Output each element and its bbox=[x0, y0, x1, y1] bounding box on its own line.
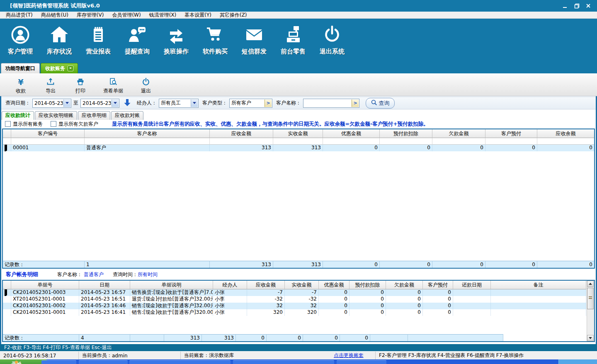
column-header[interactable]: 客户名称 bbox=[85, 129, 210, 138]
scroll-up-icon[interactable] bbox=[587, 281, 594, 287]
filter-cell[interactable] bbox=[323, 138, 380, 145]
scrollbar-thumb[interactable] bbox=[587, 288, 594, 309]
close-icon[interactable]: × bbox=[68, 66, 73, 71]
subtool-button-yen[interactable]: ¥收款 bbox=[6, 74, 36, 96]
column-header[interactable]: 应收金额 bbox=[247, 281, 285, 289]
table-row[interactable]: CK2014052301-00012014-05-23 16:41销售:[现金]… bbox=[3, 309, 587, 316]
table-cell: 销售:[现金]收款于[普通客户]32.00元 bbox=[130, 303, 213, 309]
customer-name-input[interactable]: > bbox=[303, 99, 359, 108]
filter-cell[interactable] bbox=[485, 138, 537, 145]
column-header[interactable]: 还款日期 bbox=[453, 281, 491, 289]
column-header[interactable]: 预付款扣除 bbox=[380, 129, 432, 138]
show-all-debt-customers-checkbox[interactable] bbox=[51, 121, 56, 127]
toolbar-button-sms[interactable]: 短信群发 bbox=[235, 19, 274, 63]
filter-cell[interactable] bbox=[3, 138, 11, 145]
column-header[interactable]: 实收金额 bbox=[285, 281, 319, 289]
menu-item[interactable]: 商品进货(T) bbox=[2, 12, 37, 19]
toolbar-button-power[interactable]: 退出系统 bbox=[313, 19, 352, 63]
column-header[interactable]: 客户预付 bbox=[423, 281, 453, 289]
table-cell: 小张 bbox=[213, 309, 247, 316]
date-to-select[interactable]: 2014-05-23 bbox=[80, 99, 119, 108]
column-header[interactable]: 经办人 bbox=[213, 281, 247, 289]
tab-active-1[interactable]: 收款账务× bbox=[41, 63, 78, 73]
menu-item[interactable]: 其它操作(Z) bbox=[216, 12, 251, 19]
subtool-button-printer[interactable]: 打印 bbox=[66, 74, 95, 96]
column-header[interactable]: 备注 bbox=[491, 281, 586, 289]
customer-type-value: 所有客户 bbox=[231, 99, 251, 107]
filter-cell[interactable] bbox=[380, 138, 432, 145]
table-cell: 销售换货:[现金]收款于[普通客户]7.00元 bbox=[130, 289, 213, 296]
customer-type-field[interactable]: 所有客户 > bbox=[229, 99, 272, 108]
menu-item[interactable]: 钱流管理(X) bbox=[145, 12, 181, 19]
view-tab-2[interactable]: 应收实收明细账 bbox=[35, 111, 77, 120]
lookup-icon[interactable]: > bbox=[352, 99, 359, 107]
vertical-scrollbar[interactable] bbox=[587, 281, 594, 341]
table-row[interactable]: 00001普通客户31331300000 bbox=[3, 145, 594, 151]
column-header[interactable]: 客户编号 bbox=[11, 129, 85, 138]
toolbar-button-shift-swap[interactable]: 换班操作 bbox=[157, 19, 196, 63]
subtool-button-view-doc[interactable]: 查看单据 bbox=[95, 74, 131, 96]
filter-cell[interactable] bbox=[85, 138, 210, 145]
filter-cell[interactable] bbox=[432, 138, 485, 145]
toolbar-button-report[interactable]: 营业报表 bbox=[79, 19, 118, 63]
toolbar-button-home[interactable]: 库存状况 bbox=[40, 19, 79, 63]
subtool-button-power-blue[interactable]: 退出 bbox=[131, 74, 161, 96]
view-tab-1[interactable]: 应收款统计 bbox=[2, 111, 34, 120]
column-header[interactable]: 欠款金额 bbox=[386, 281, 423, 289]
column-header[interactable]: 预付款扣除 bbox=[349, 281, 386, 289]
toolbar-button-remind[interactable]: 提醒查询 bbox=[118, 19, 157, 63]
column-header[interactable]: 客户预付 bbox=[485, 129, 537, 138]
search-button-label: 查询 bbox=[379, 99, 390, 107]
column-header[interactable]: 应收余额 bbox=[537, 129, 594, 138]
filter-cell[interactable] bbox=[210, 138, 273, 145]
menu-item[interactable]: 会员管理(W) bbox=[108, 12, 145, 19]
table-cell: 0 bbox=[323, 145, 380, 151]
filter-row[interactable] bbox=[3, 138, 594, 145]
show-all-accounts-checkbox[interactable] bbox=[5, 121, 11, 127]
subtool-button-export[interactable]: 导出 bbox=[36, 74, 66, 96]
date-from-select[interactable]: 2014-05-23 bbox=[32, 99, 71, 108]
taskbar-window-button[interactable] bbox=[129, 360, 231, 364]
table-row[interactable]: XT2014052301-00012014-05-23 16:51退货:[现金]… bbox=[3, 296, 587, 303]
switch-account-link[interactable]: 点击更换账套 bbox=[334, 352, 364, 359]
chevron-down-icon[interactable] bbox=[63, 99, 70, 107]
start-orb-icon bbox=[15, 361, 18, 364]
column-header[interactable]: 优惠金额 bbox=[319, 281, 349, 289]
table-row[interactable]: CK2014052301-00032014-05-23 16:57销售换货:[现… bbox=[3, 289, 587, 296]
menu-item[interactable]: 基本设置(Y) bbox=[180, 12, 216, 19]
operator-select[interactable]: 所有员工 bbox=[159, 99, 199, 108]
close-icon[interactable] bbox=[585, 3, 591, 9]
column-header[interactable]: 应收金额 bbox=[210, 129, 273, 138]
view-tab-3[interactable]: 应收单明细 bbox=[78, 111, 110, 120]
taskbar-window-button[interactable] bbox=[41, 360, 76, 364]
column-header[interactable]: 实收金额 bbox=[273, 129, 323, 138]
restore-icon[interactable] bbox=[574, 3, 580, 9]
filter-cell[interactable] bbox=[11, 138, 85, 145]
toolbar-button-pos[interactable]: 前台零售 bbox=[274, 19, 313, 63]
filter-cell[interactable] bbox=[273, 138, 323, 145]
toolbar-button-cart[interactable]: 软件购买 bbox=[196, 19, 235, 63]
taskbar-window-button[interactable] bbox=[79, 360, 128, 364]
chevron-down-icon[interactable] bbox=[112, 99, 119, 107]
filter-cell[interactable] bbox=[537, 138, 594, 145]
column-header[interactable]: 单据号 bbox=[11, 281, 79, 289]
search-button[interactable]: 查询 bbox=[366, 98, 395, 109]
footer-total-cell: 0 bbox=[432, 261, 485, 268]
scroll-down-icon[interactable] bbox=[587, 335, 594, 341]
tab-inactive-0[interactable]: 功能导航窗口 bbox=[1, 63, 40, 73]
view-tab-4[interactable]: 应收款对账 bbox=[111, 111, 143, 120]
column-header[interactable]: 单据说明 bbox=[130, 281, 213, 289]
taskbar-window-button[interactable] bbox=[233, 360, 334, 364]
column-header[interactable]: 优惠金额 bbox=[323, 129, 380, 138]
column-header[interactable]: 日期 bbox=[79, 281, 130, 289]
menu-item[interactable]: 商品销售(U) bbox=[37, 12, 73, 19]
toolbar-button-user-circle[interactable]: 客户管理 bbox=[1, 19, 40, 63]
table-cell: -7 bbox=[247, 289, 285, 296]
table-row[interactable]: CK2014052301-00022014-05-23 16:46销售:[现金]… bbox=[3, 303, 587, 309]
taskbar-window-button[interactable] bbox=[337, 360, 386, 364]
column-header[interactable]: 欠款金额 bbox=[432, 129, 485, 138]
minimize-icon[interactable] bbox=[562, 3, 568, 9]
lookup-icon[interactable]: > bbox=[265, 99, 272, 107]
menu-item[interactable]: 库存管理(V) bbox=[73, 12, 108, 19]
chevron-down-icon[interactable] bbox=[191, 99, 198, 107]
